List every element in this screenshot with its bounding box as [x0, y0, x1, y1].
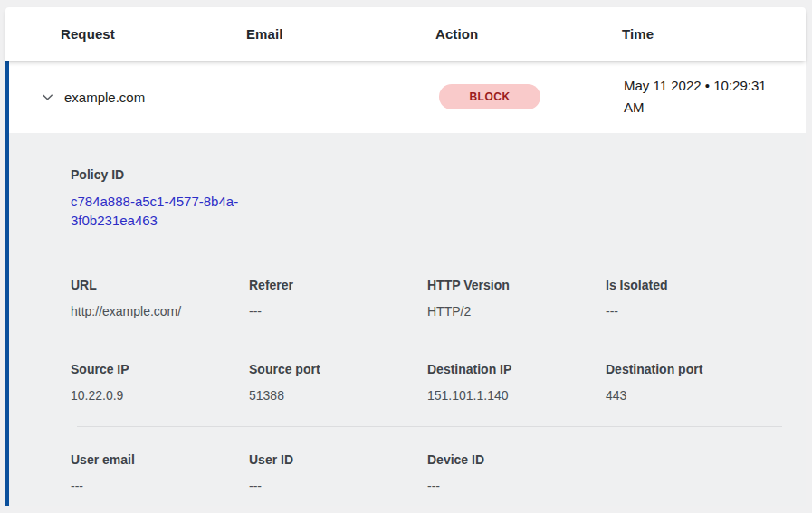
field-http-version: HTTP Version HTTP/2 — [427, 276, 606, 320]
time-cell: May 11 2022 • 10:29:31 AM — [624, 75, 801, 119]
column-header-request: Request — [61, 26, 246, 42]
details-row-3: User email --- User ID --- Device ID --- — [71, 451, 782, 495]
column-header-time: Time — [622, 26, 806, 42]
table-row[interactable]: example.com BLOCK May 11 2022 • 10:29:31… — [9, 61, 806, 133]
row-details-panel: Policy ID c784a888-a5c1-4577-8b4a-3f0b23… — [5, 133, 806, 506]
details-row-1: URL http://example.com/ Referer --- HTTP… — [71, 276, 782, 320]
section-divider — [77, 426, 782, 427]
chevron-down-icon[interactable] — [40, 90, 54, 104]
field-url: URL http://example.com/ — [71, 276, 249, 320]
field-user-id: User ID --- — [249, 451, 427, 495]
section-divider — [77, 252, 782, 252]
field-destination-port: Destination port 443 — [606, 360, 784, 404]
action-block-badge: BLOCK — [439, 84, 540, 109]
request-domain: example.com — [64, 90, 248, 105]
field-source-ip: Source IP 10.22.0.9 — [71, 360, 249, 404]
column-header-action: Action — [435, 26, 622, 42]
table-header: Request Email Action Time — [5, 7, 806, 61]
details-row-2: Source IP 10.22.0.9 Source port 51388 De… — [71, 360, 782, 404]
field-source-port: Source port 51388 — [249, 360, 427, 404]
field-referer: Referer --- — [249, 276, 427, 320]
column-header-email: Email — [246, 26, 435, 42]
field-is-isolated: Is Isolated --- — [606, 276, 784, 320]
policy-id-link[interactable]: c784a888-a5c1-4577-8b4a-3f0b231ea463 — [71, 192, 256, 230]
field-destination-ip: Destination IP 151.101.1.140 — [427, 360, 606, 404]
request-log-table: Request Email Action Time example.com BL… — [5, 7, 806, 506]
field-device-id: Device ID --- — [427, 451, 606, 495]
policy-id-label: Policy ID — [71, 166, 782, 184]
policy-id-block: Policy ID c784a888-a5c1-4577-8b4a-3f0b23… — [71, 166, 782, 230]
field-user-email: User email --- — [71, 451, 249, 495]
selected-row-section: example.com BLOCK May 11 2022 • 10:29:31… — [5, 61, 806, 133]
